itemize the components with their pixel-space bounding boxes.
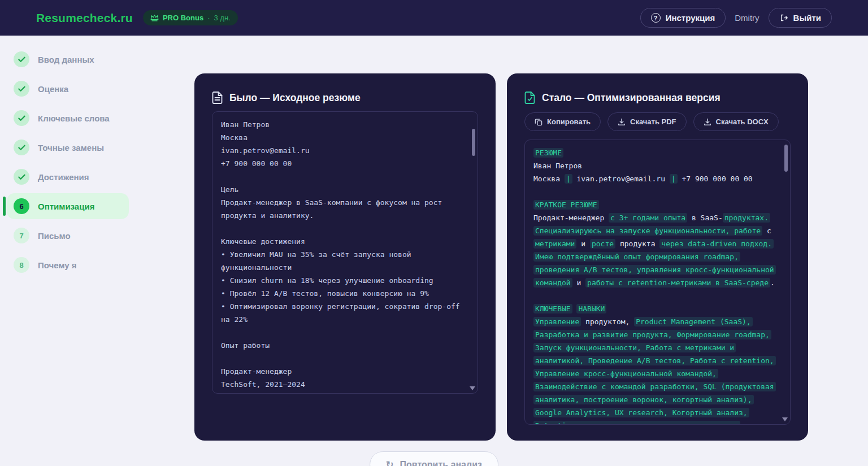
- instruction-button[interactable]: ? Инструкция: [640, 8, 726, 28]
- sidebar-item-vvod-dannyh[interactable]: Ввод данных: [7, 49, 129, 69]
- sidebar-item-label: Письмо: [38, 231, 71, 241]
- pro-badge-separator: ·: [207, 14, 210, 22]
- scroll-down-arrow-icon[interactable]: [782, 417, 788, 421]
- check-icon: [14, 140, 29, 155]
- highlighted-segment: КРАТКОЕ РЕЗЮМЕ: [533, 200, 599, 210]
- instruction-label: Инструкция: [666, 13, 715, 23]
- before-resume-textarea[interactable]: Иван Петров Москва ivan.petrov@email.ru …: [212, 111, 478, 394]
- top-bar-right: ? Инструкция Dmitry Выйти: [640, 8, 832, 28]
- resume-line: Москва | ivan.petrov@email.ru | +7 900 0…: [533, 172, 782, 185]
- highlighted-segment: проведения А/В тестов, управления кросс-…: [533, 265, 776, 275]
- before-panel-title-row: Было — Исходное резюме: [212, 92, 478, 104]
- resume-line: Имею подтверждённый опыт формирования ro…: [533, 250, 782, 263]
- logout-button[interactable]: Выйти: [769, 8, 832, 28]
- sidebar-item-label: Достижения: [38, 172, 89, 182]
- sidebar-item-label: Оптимизация: [38, 202, 94, 211]
- check-icon: [14, 169, 29, 185]
- pro-badge-days: 3 дн.: [214, 14, 230, 22]
- highlighted-segment: Специализируюсь на запуске функционально…: [533, 226, 762, 236]
- plain-segment: и: [572, 278, 585, 287]
- download-docx-label: Скачать DOCX: [716, 117, 769, 126]
- sidebar-item-klyuchevye-slova[interactable]: Ключевые слова: [7, 108, 129, 128]
- check-icon: [14, 81, 29, 97]
- after-panel: Стало — Оптимизированная версия Копирова…: [507, 73, 808, 441]
- sidebar-item-optimizaciya[interactable]: 6 Оптимизация: [7, 193, 129, 219]
- sidebar-item-tochnye-zameny[interactable]: Точные замены: [7, 137, 129, 158]
- plain-segment: в SaaS-: [687, 214, 723, 222]
- resume-line: Специализируюсь на запуске функционально…: [533, 224, 782, 237]
- scrollbar-thumb[interactable]: [784, 145, 788, 172]
- resume-line: проведения А/В тестов, управления кросс-…: [533, 263, 782, 276]
- resume-line: [533, 185, 782, 198]
- highlighted-segment: Запуск функциональности, Работа с метрик…: [533, 343, 736, 352]
- before-resume-text: Иван Петров Москва ivan.petrov@email.ru …: [221, 118, 469, 394]
- download-pdf-button[interactable]: Скачать PDF: [607, 112, 687, 131]
- sidebar-item-ocenka[interactable]: Оценка: [7, 79, 129, 99]
- sidebar-item-label: Ключевые слова: [38, 114, 110, 123]
- resume-line: КЛЮЧЕВЫЕ НАВЫКИ: [533, 302, 782, 315]
- highlighted-segment: Управление: [533, 317, 581, 326]
- resume-line: командой и работы с retention-метриками …: [533, 276, 782, 289]
- plain-segment: продуктом,: [581, 317, 634, 326]
- resume-line: аналитикой, Проведение А/В тестов, Работ…: [533, 354, 782, 367]
- highlighted-segment: Взаимодействие с командой разработки, SQ…: [533, 382, 776, 391]
- step-number: 8: [14, 257, 29, 273]
- highlighted-segment: Управление кросс-функциональной командой…: [533, 369, 718, 378]
- scroll-down-arrow-icon[interactable]: [470, 386, 475, 390]
- resume-line: Управление кросс-функциональной командой…: [533, 367, 782, 380]
- highlighted-segment: |: [565, 174, 572, 184]
- highlighted-segment: Google Analytics, UX research, Когортный…: [533, 408, 749, 417]
- sidebar-item-dostizheniya[interactable]: Достижения: [7, 167, 129, 187]
- highlighted-segment: НАВЫКИ: [576, 304, 606, 313]
- resume-line: Google Analytics, UX research, Когортный…: [533, 406, 782, 419]
- highlighted-segment: аналитика, построение воронок, когортный…: [533, 395, 754, 404]
- highlighted-segment: |: [670, 174, 678, 184]
- after-panel-title: Стало — Оптимизированная версия: [542, 92, 721, 104]
- highlighted-segment: работы с retention-метриками в SaaS-сред…: [585, 278, 770, 288]
- username: Dmitry: [735, 13, 759, 23]
- logout-label: Выйти: [793, 13, 821, 23]
- highlighted-segment: аналитикой, Проведение А/В тестов, Работ…: [533, 356, 776, 365]
- copy-button[interactable]: Копировать: [524, 112, 601, 131]
- sidebar-item-label: Ввод данных: [38, 55, 94, 64]
- highlighted-segment: Разработка и развитие продукта, Формиров…: [533, 330, 771, 339]
- check-icon: [14, 51, 29, 67]
- highlighted-segment: Retention-аналитика, проведение эксперим…: [533, 421, 740, 425]
- resume-line: Retention-аналитика, проведение эксперим…: [533, 419, 782, 425]
- highlighted-segment: командой: [533, 278, 572, 288]
- download-docx-button[interactable]: Скачать DOCX: [693, 112, 779, 131]
- step-number: 7: [14, 228, 29, 243]
- after-resume-textarea[interactable]: РЕЗЮМЕИван ПетровМосква | ivan.petrov@em…: [524, 140, 791, 425]
- highlighted-segment: продуктах.: [723, 213, 770, 223]
- steps-sidebar: Ввод данных Оценка Ключевые слова Точные…: [0, 36, 175, 284]
- before-panel-title: Было — Исходное резюме: [229, 92, 361, 104]
- step-number: 6: [14, 198, 29, 214]
- sidebar-item-pochemu-ya[interactable]: 8 Почему я: [7, 255, 129, 275]
- crown-icon: [150, 14, 159, 21]
- copy-label: Копировать: [547, 117, 591, 126]
- plain-segment: продукта: [615, 239, 659, 248]
- resume-line: Управление продуктом, Product Management…: [533, 315, 782, 328]
- pro-bonus-badge: PRO Bonus · 3 дн.: [143, 10, 238, 25]
- after-resume-text: РЕЗЮМЕИван ПетровМосква | ivan.petrov@em…: [533, 146, 782, 425]
- highlighted-segment: Имею подтверждённый опыт формирования ro…: [533, 252, 740, 262]
- after-panel-title-row: Стало — Оптимизированная версия: [524, 92, 791, 104]
- question-icon: ?: [651, 13, 661, 23]
- resume-line: аналитика, построение воронок, когортный…: [533, 393, 782, 406]
- sidebar-item-label: Точные замены: [38, 143, 104, 153]
- resume-line: Разработка и развитие продукта, Формиров…: [533, 328, 782, 341]
- sidebar-item-label: Оценка: [38, 84, 68, 94]
- document-check-icon: [524, 92, 535, 104]
- scrollbar-thumb[interactable]: [472, 129, 475, 156]
- highlighted-segment: КЛЮЧЕВЫЕ: [533, 304, 572, 313]
- resume-line: Продакт-менеджер с 3+ годами опыта в Saa…: [533, 211, 782, 224]
- plain-segment: Продакт-менеджер: [533, 214, 609, 222]
- check-icon: [14, 110, 29, 126]
- plain-segment: +7 900 000 00 00: [678, 175, 753, 183]
- plain-segment: и: [576, 239, 589, 248]
- app-logo: Resumecheck.ru: [36, 11, 133, 25]
- sidebar-item-pismo[interactable]: 7 Письмо: [7, 225, 129, 246]
- top-bar: Resumecheck.ru PRO Bonus · 3 дн. ? Инстр…: [0, 0, 868, 36]
- repeat-analysis-button[interactable]: ↻ Повторить анализ: [370, 451, 498, 466]
- resume-line: КРАТКОЕ РЕЗЮМЕ: [533, 198, 782, 211]
